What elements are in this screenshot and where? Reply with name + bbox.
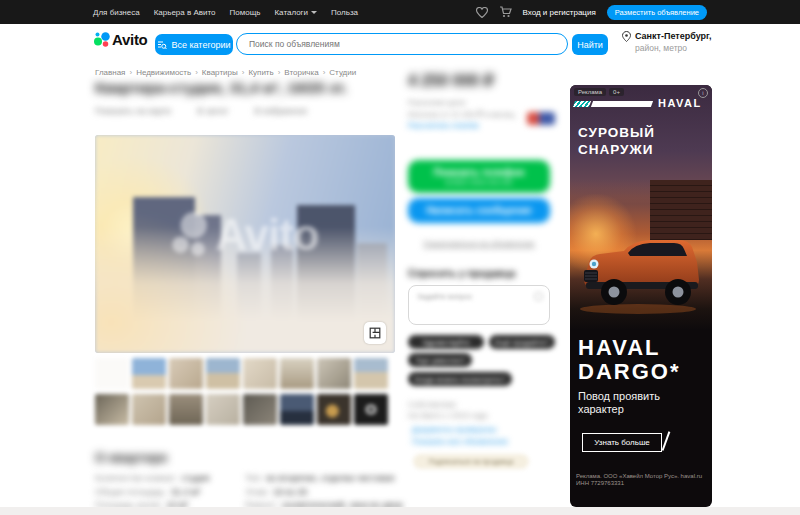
param-value: 19 из 25 bbox=[273, 487, 307, 497]
photo-thumbnail[interactable] bbox=[243, 358, 277, 389]
write-message-button[interactable]: Написать сообщение bbox=[408, 198, 550, 223]
photo-thumbnail[interactable] bbox=[95, 358, 129, 389]
photo-thumbnail[interactable] bbox=[132, 394, 166, 425]
menu-item-benefit[interactable]: Польза bbox=[331, 8, 358, 17]
quick-question-chip[interactable]: Ещё продаёте? bbox=[489, 335, 555, 349]
haval-flag-icon bbox=[573, 101, 591, 107]
breadcrumb-home[interactable]: Главная bbox=[95, 68, 125, 77]
listing-price: 4 250 000 ₽ bbox=[408, 71, 494, 90]
breadcrumb-studios[interactable]: Студии bbox=[323, 68, 357, 77]
photo-thumbnail[interactable] bbox=[317, 394, 351, 425]
breadcrumb: Главная Недвижимость Квартиры Купить Вто… bbox=[95, 68, 356, 77]
location-pin-icon bbox=[622, 31, 631, 42]
subscribe-label: Подписаться на продавца bbox=[429, 458, 514, 465]
breadcrumb-buy[interactable]: Купить bbox=[242, 68, 274, 77]
avito-logo-text: Avito bbox=[112, 31, 147, 48]
ad-headline-line2: СНАРУЖИ bbox=[578, 142, 653, 157]
search-button[interactable]: Найти bbox=[572, 34, 608, 55]
param-label: Тип: bbox=[245, 473, 263, 483]
action-link[interactable]: Показать на карте bbox=[95, 106, 171, 116]
haval-dargo-car bbox=[574, 224, 708, 316]
subscribe-seller-button[interactable]: Подписаться на продавца bbox=[413, 454, 529, 469]
breadcrumb-apartments[interactable]: Квартиры bbox=[195, 68, 238, 77]
ad-legal-line2: ИНН 7729763331 bbox=[576, 480, 708, 487]
seller-link[interactable]: Показать все объявления bbox=[412, 437, 508, 446]
thumbnail-row-2 bbox=[95, 394, 388, 425]
watermark-text: Avito bbox=[215, 210, 318, 260]
login-link[interactable]: Вход и регистрация bbox=[523, 8, 596, 17]
photo-thumbnail[interactable] bbox=[169, 358, 203, 389]
menu-item-catalogs[interactable]: Каталоги bbox=[274, 8, 317, 17]
categories-search-icon bbox=[157, 40, 167, 50]
ad-tagline-line1: Повод проявить bbox=[578, 390, 660, 402]
quick-question-chip[interactable]: Здравствуйте bbox=[408, 335, 484, 349]
param-label: Этаж: bbox=[245, 487, 269, 497]
photo-thumbnail[interactable] bbox=[317, 358, 351, 389]
bank-badge bbox=[527, 112, 555, 125]
ad-label: Реклама bbox=[574, 88, 606, 96]
param-row: Общая площадь: 31.4 м² bbox=[95, 487, 200, 497]
photo-thumbnail[interactable] bbox=[243, 394, 277, 425]
thumbnail-row-1 bbox=[95, 358, 388, 389]
ad-model-line1: HAVAL bbox=[578, 335, 661, 361]
show-phone-label: Показать телефон bbox=[433, 167, 524, 178]
action-link[interactable]: В залог bbox=[197, 106, 228, 116]
ad-model-line2: DARGO* bbox=[578, 359, 680, 385]
photo-thumbnail[interactable] bbox=[169, 394, 203, 425]
phone-masked: 8 9XX XXX-XX-XX bbox=[446, 178, 513, 187]
write-message-label: Написать сообщение bbox=[426, 205, 532, 216]
post-ad-button[interactable]: Разместить объявление bbox=[607, 5, 707, 20]
photo-thumbnail[interactable] bbox=[280, 394, 314, 425]
show-phone-button[interactable]: Показать телефон 8 9XX XXX-XX-XX bbox=[408, 160, 550, 193]
haval-stripe bbox=[591, 101, 653, 107]
ad-headline-line1: СУРОВЫЙ bbox=[578, 125, 655, 140]
favorites-heart-icon[interactable] bbox=[476, 7, 488, 18]
menu-item-help[interactable]: Помощь bbox=[230, 8, 261, 17]
cart-icon[interactable] bbox=[499, 6, 512, 18]
photo-thumbnail[interactable] bbox=[95, 394, 129, 425]
param-label: Количество комнат: bbox=[95, 473, 177, 483]
ad-cta-button[interactable]: Узнать больше bbox=[582, 433, 662, 452]
param-row: Количество комнат: студия bbox=[95, 473, 210, 483]
about-section-heading: О квартире bbox=[95, 450, 168, 465]
photo-thumbnail[interactable] bbox=[354, 358, 388, 389]
param-value: 31.4 м² bbox=[171, 487, 200, 497]
action-link[interactable]: В избранное bbox=[255, 106, 308, 116]
menu-item-career[interactable]: Карьера в Авито bbox=[154, 8, 216, 17]
photo-thumbnail[interactable] bbox=[206, 394, 240, 425]
quick-question-chip[interactable]: Торг уместен? bbox=[408, 353, 472, 367]
haval-ad-banner[interactable]: Реклама 0+ i HAVAL СУРОВЫЙ СНАРУЖИ bbox=[570, 85, 712, 507]
question-input[interactable]: Задайте вопрос bbox=[408, 285, 550, 325]
photo-thumbnail[interactable] bbox=[354, 394, 388, 425]
listing-title: Квартира-студия, 31,4 м², 19/25 эт. bbox=[95, 79, 347, 96]
ad-tagline-line2: характер bbox=[578, 403, 624, 415]
breadcrumb-realty[interactable]: Недвижимость bbox=[129, 68, 191, 77]
all-categories-button[interactable]: Все категории bbox=[155, 34, 233, 55]
main-photo[interactable]: Avito bbox=[95, 135, 395, 353]
photo-thumbnail[interactable] bbox=[206, 358, 240, 389]
seller-type: Собственник bbox=[408, 400, 456, 409]
quick-question-chip[interactable]: Когда можно посмотреть? bbox=[408, 372, 512, 386]
ad-age-rating: 0+ bbox=[609, 88, 624, 96]
photo-thumbnail[interactable] bbox=[280, 358, 314, 389]
floor-plan-button[interactable] bbox=[364, 322, 386, 344]
search-input[interactable] bbox=[247, 38, 557, 50]
param-label: Общая площадь: bbox=[95, 487, 167, 497]
breadcrumb-secondary[interactable]: Вторичка bbox=[278, 68, 319, 77]
search-bar bbox=[236, 33, 568, 55]
report-ad-link[interactable]: Пожаловаться на объявление bbox=[408, 239, 550, 248]
mortgage-link[interactable]: Рассчитать платёж bbox=[408, 121, 479, 130]
price-note: Рыночная цена bbox=[408, 98, 465, 107]
seller-link[interactable]: Документы проверены bbox=[412, 425, 496, 434]
ad-car-scene bbox=[570, 180, 712, 330]
avito-logo[interactable]: Avito bbox=[93, 31, 147, 48]
param-value: во вторичке, отделка чистовая bbox=[267, 473, 395, 483]
ad-legal-line1: Реклама. ООО «Хавейл Мотор Рус». haval.r… bbox=[576, 473, 708, 480]
location-selector[interactable]: Санкт-Петербург, район, метро bbox=[622, 31, 712, 53]
photo-thumbnail[interactable] bbox=[132, 358, 166, 389]
ad-cta-slash bbox=[662, 431, 670, 450]
top-menu: Для бизнеса Карьера в Авито Помощь Катал… bbox=[93, 0, 358, 24]
top-right-group: Вход и регистрация Разместить объявление bbox=[476, 0, 708, 24]
footer-strip bbox=[0, 507, 800, 515]
menu-item-business[interactable]: Для бизнеса bbox=[93, 8, 140, 17]
